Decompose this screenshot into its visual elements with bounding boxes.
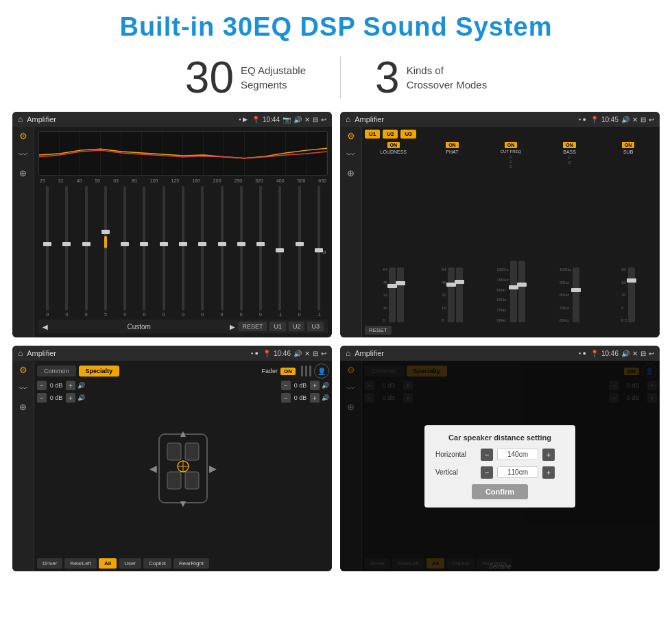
home-icon-4[interactable]: ⌂ — [346, 348, 350, 358]
amp3-plus-1[interactable]: + — [66, 381, 75, 390]
amp3-copilot-btn[interactable]: Copilot — [143, 558, 171, 569]
amp3-right-controls: − 0 dB + 🔊 − 0 dB + 🔊 — [281, 381, 329, 556]
crossover-u3-btn[interactable]: U3 — [400, 130, 416, 139]
dialog-vertical-minus[interactable]: − — [481, 466, 493, 479]
amp3-all-btn[interactable]: All — [99, 558, 117, 569]
eq-slider-14[interactable]: 0 — [290, 186, 308, 317]
eq-lbl-5: 63 — [113, 178, 119, 183]
screen4-time: 10:46 — [601, 350, 619, 357]
ch-phat-sliders: 644832160 — [442, 156, 463, 322]
arrow-right-3[interactable]: ▶ — [209, 463, 217, 474]
amp3-plus-3[interactable]: + — [310, 381, 320, 390]
eq-slider-10[interactable]: 0 — [213, 186, 230, 317]
eq-arrows-icon[interactable]: » — [322, 248, 326, 255]
eq-slider-2[interactable]: 0 — [58, 186, 75, 317]
crossover-u2-btn[interactable]: U2 — [383, 130, 398, 139]
amp3-rearleft-btn[interactable]: RearLeft — [64, 558, 97, 569]
eq-slider-6[interactable]: 0 — [135, 186, 153, 317]
amp3-fader-on[interactable]: ON — [280, 368, 296, 375]
amp3-minus-2[interactable]: − — [37, 393, 47, 403]
home-icon-3[interactable]: ⌂ — [18, 348, 23, 358]
amp3-driver-btn[interactable]: Driver — [37, 558, 62, 569]
eq-reset-btn[interactable]: RESET — [238, 322, 267, 331]
arrow-left-3[interactable]: ◀ — [149, 463, 157, 474]
eq-slider-11[interactable]: 0 — [232, 186, 250, 317]
eq-slider-8[interactable]: 0 — [174, 186, 192, 317]
sq-icon-1[interactable]: ⊟ — [313, 116, 318, 123]
dialog-horizontal-minus[interactable]: − — [481, 449, 493, 461]
arrow-up-3[interactable]: ▲ — [178, 428, 188, 439]
x-icon-2[interactable]: ✕ — [632, 116, 638, 123]
dialog-vertical-plus[interactable]: + — [542, 466, 555, 479]
rec-icon-1: ▪ ▶ — [239, 116, 248, 123]
eq-lbl-1: 25 — [40, 178, 45, 183]
arrow-down-3[interactable]: ▼ — [178, 498, 188, 509]
wave-icon-2[interactable]: 〰 — [346, 150, 355, 160]
amp3-rearright-btn[interactable]: RearRight — [173, 558, 209, 569]
ch-loudness-on[interactable]: ON — [387, 142, 400, 148]
ch-cutfreq-labels: G F G — [509, 155, 513, 169]
x-icon-4[interactable]: ✕ — [632, 350, 638, 357]
ch-phat-on[interactable]: ON — [446, 142, 459, 148]
eq-u3-btn[interactable]: U3 — [307, 322, 324, 331]
amp3-common-tab[interactable]: Common — [37, 366, 76, 377]
confirm-button[interactable]: Confirm — [472, 484, 528, 499]
amp3-plus-2[interactable]: + — [66, 393, 75, 403]
eq-slider-12[interactable]: 0 — [252, 186, 269, 317]
eq-icon-3[interactable]: ⚙ — [19, 365, 27, 375]
crossover-reset-btn[interactable]: RESET — [365, 326, 392, 335]
vol-ctrl-icon-2[interactable]: ⊕ — [347, 168, 355, 178]
status-bar-2: ⌂ Amplifier ▪ ● 📍 10:45 🔊 ✕ ⊟ ↩ — [340, 112, 660, 127]
eq-u2-btn[interactable]: U2 — [289, 322, 305, 331]
eq-slider-1[interactable]: 0 — [38, 186, 56, 317]
amp3-minus-4[interactable]: − — [281, 393, 291, 403]
back-icon-2[interactable]: ↩ — [649, 116, 654, 123]
page-title: Built-in 30EQ DSP Sound System — [0, 12, 672, 42]
wave-icon-3[interactable]: 〰 — [19, 383, 27, 394]
ch-phat: ON PHAT 644832160 — [424, 142, 481, 322]
crossover-u1-btn[interactable]: U1 — [365, 130, 380, 139]
eq-slider-3[interactable]: 0 — [77, 186, 95, 317]
x-icon-3[interactable]: ✕ — [304, 350, 310, 357]
amp3-main: Common Specialty Fader ON 👤 − 0 dB + — [34, 361, 332, 571]
vol-ctrl-icon-1[interactable]: ⊕ — [19, 168, 27, 178]
home-icon-2[interactable]: ⌂ — [346, 115, 350, 124]
amp3-user-btn[interactable]: User — [119, 558, 141, 569]
home-icon-1[interactable]: ⌂ — [18, 115, 23, 124]
eq-prev-btn[interactable]: ◀ — [43, 323, 48, 331]
eq-slider-13[interactable]: -1 — [271, 186, 289, 317]
x-icon-1[interactable]: ✕ — [304, 116, 310, 123]
crossover-main: U1 U2 U3 ON LOUDNESS 644832160 — [362, 127, 660, 337]
svg-rect-2 — [185, 443, 199, 460]
camera-icon-1: 📷 — [283, 116, 291, 123]
amp3-plus-4[interactable]: + — [310, 393, 320, 403]
back-icon-1[interactable]: ↩ — [321, 116, 326, 123]
ch-bass-on[interactable]: ON — [563, 142, 576, 148]
amp3-specialty-tab[interactable]: Specialty — [79, 366, 120, 377]
vol-ctrl-icon-3[interactable]: ⊕ — [19, 402, 27, 412]
amp3-avatar[interactable]: 👤 — [314, 363, 329, 379]
sq-icon-2[interactable]: ⊟ — [640, 116, 646, 123]
back-icon-4[interactable]: ↩ — [649, 350, 654, 357]
eq-slider-7[interactable]: 0 — [155, 186, 173, 317]
amp3-minus-1[interactable]: − — [37, 381, 47, 390]
dialog-horizontal-plus[interactable]: + — [542, 449, 555, 461]
ch-cutfreq-name: CUT FREQ — [501, 150, 522, 154]
sq-icon-4[interactable]: ⊟ — [640, 350, 646, 357]
ch-cutfreq-on[interactable]: ON — [505, 142, 518, 148]
wave-icon-1[interactable]: 〰 — [19, 150, 27, 160]
status-icons-2: 📍 10:45 🔊 ✕ ⊟ ↩ — [590, 116, 654, 123]
eq-play-btn[interactable]: ▶ — [230, 323, 235, 331]
stat-eq: 30 EQ Adjustable Segments — [151, 56, 340, 99]
eq-u1-btn[interactable]: U1 — [269, 322, 286, 331]
ch-sub-on[interactable]: ON — [622, 142, 635, 148]
eq-slider-5[interactable]: 0 — [116, 186, 134, 317]
amp3-minus-3[interactable]: − — [281, 381, 291, 390]
eq-slider-4[interactable]: 5 — [97, 186, 115, 317]
status-bar-1: ⌂ Amplifier ▪ ▶ 📍 10:44 📷 🔊 ✕ ⊟ ↩ — [12, 112, 332, 127]
sq-icon-3[interactable]: ⊟ — [313, 350, 318, 357]
eq-slider-9[interactable]: 0 — [193, 186, 211, 317]
eq-icon-1[interactable]: ⚙ — [19, 131, 27, 141]
eq-icon-2[interactable]: ⚙ — [347, 131, 355, 141]
back-icon-3[interactable]: ↩ — [321, 350, 326, 357]
